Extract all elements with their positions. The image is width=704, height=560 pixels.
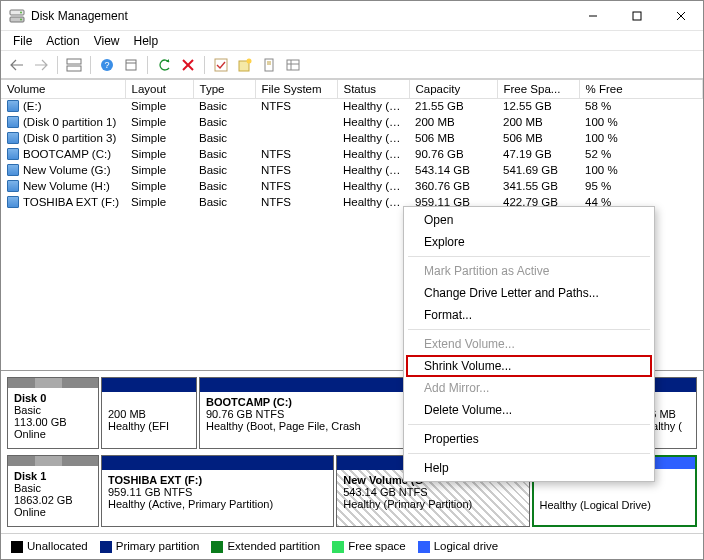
volumes-table[interactable]: Volume Layout Type File System Status Ca… [1,80,703,210]
volume-icon [7,100,19,112]
volume-name: (Disk 0 partition 1) [23,116,116,128]
menu-file[interactable]: File [7,32,38,50]
table-row[interactable]: New Volume (H:)SimpleBasicNTFSHealthy (L… [1,178,703,194]
legend-extended: Extended partition [227,540,320,552]
ctx-format[interactable]: Format... [406,304,652,326]
menu-help[interactable]: Help [128,32,165,50]
disk1-partition-toshiba[interactable]: TOSHIBA EXT (F:) 959.11 GB NTFS Healthy … [101,455,334,527]
svg-rect-5 [633,12,641,20]
svg-rect-19 [265,59,273,71]
separator [408,424,650,425]
legend: Unallocated Primary partition Extended p… [1,533,703,559]
svg-point-2 [20,11,22,13]
separator [408,256,650,257]
refresh-button[interactable] [154,55,174,75]
volume-icon [7,148,19,160]
table-row[interactable]: (Disk 0 partition 1)SimpleBasicHealthy (… [1,114,703,130]
help-button[interactable]: ? [97,55,117,75]
col-status[interactable]: Status [337,80,409,98]
col-layout[interactable]: Layout [125,80,193,98]
svg-rect-22 [287,60,299,70]
ctx-delete-volume[interactable]: Delete Volume... [406,399,652,421]
ctx-shrink-volume[interactable]: Shrink Volume... [406,355,652,377]
disk-0-label[interactable]: Disk 0 Basic 113.00 GB Online [7,377,99,449]
back-button[interactable] [7,55,27,75]
col-pctfree[interactable]: % Free [579,80,703,98]
settings-button[interactable] [121,55,141,75]
legend-logical: Logical drive [434,540,499,552]
volume-icon [7,132,19,144]
ctx-explore[interactable]: Explore [406,231,652,253]
separator [204,56,205,74]
separator [408,329,650,330]
ctx-extend-volume: Extend Volume... [406,333,652,355]
table-row[interactable]: New Volume (G:)SimpleBasicNTFSHealthy (P… [1,162,703,178]
volume-name: New Volume (G:) [23,164,111,176]
separator [57,56,58,74]
svg-point-18 [247,58,252,63]
volume-icon [7,164,19,176]
volume-icon [7,116,19,128]
col-fs[interactable]: File System [255,80,337,98]
legend-free: Free space [348,540,406,552]
menubar: File Action View Help [1,31,703,51]
ctx-change-drive-letter[interactable]: Change Drive Letter and Paths... [406,282,652,304]
ctx-properties[interactable]: Properties [406,428,652,450]
col-type[interactable]: Type [193,80,255,98]
disk-1-name: Disk 1 [14,470,46,482]
svg-rect-12 [126,60,136,70]
col-volume[interactable]: Volume [1,80,125,98]
volume-list: Volume Layout Type File System Status Ca… [1,79,703,210]
ctx-open[interactable]: Open [406,209,652,231]
volume-icon [7,196,19,208]
ctx-help[interactable]: Help [406,457,652,479]
toolbar: ? [1,51,703,79]
svg-rect-9 [67,66,81,71]
page-icon[interactable] [259,55,279,75]
separator [408,453,650,454]
volume-name: BOOTCAMP (C:) [23,148,111,160]
col-capacity[interactable]: Capacity [409,80,497,98]
volume-name: TOSHIBA EXT (F:) [23,196,119,208]
window-title: Disk Management [31,9,571,23]
table-row[interactable]: (E:)SimpleBasicNTFSHealthy (B...21.55 GB… [1,98,703,114]
menu-action[interactable]: Action [40,32,85,50]
separator [90,56,91,74]
check-icon[interactable] [211,55,231,75]
forward-button[interactable] [31,55,51,75]
svg-rect-16 [215,59,227,71]
legend-primary: Primary partition [116,540,200,552]
table-row[interactable]: (Disk 0 partition 3)SimpleBasicHealthy (… [1,130,703,146]
ctx-add-mirror: Add Mirror... [406,377,652,399]
separator [147,56,148,74]
volume-name: (Disk 0 partition 3) [23,132,116,144]
svg-text:?: ? [104,60,109,70]
svg-rect-8 [67,59,81,64]
delete-button[interactable] [178,55,198,75]
minimize-button[interactable] [571,1,615,31]
titlebar: Disk Management [1,1,703,31]
context-menu: Open Explore Mark Partition as Active Ch… [403,206,655,482]
close-button[interactable] [659,1,703,31]
menu-view[interactable]: View [88,32,126,50]
ctx-mark-active: Mark Partition as Active [406,260,652,282]
disk-0-name: Disk 0 [14,392,46,404]
table-icon[interactable] [283,55,303,75]
disk-1-label[interactable]: Disk 1 Basic 1863.02 GB Online [7,455,99,527]
table-row[interactable]: BOOTCAMP (C:)SimpleBasicNTFSHealthy (B..… [1,146,703,162]
volume-icon [7,180,19,192]
svg-point-3 [20,18,22,20]
col-free[interactable]: Free Spa... [497,80,579,98]
volume-name: (E:) [23,100,42,112]
split-view-button[interactable] [64,55,84,75]
legend-unallocated: Unallocated [27,540,88,552]
maximize-button[interactable] [615,1,659,31]
app-icon [9,8,25,24]
new-icon[interactable] [235,55,255,75]
volume-name: New Volume (H:) [23,180,110,192]
disk0-partition-efi[interactable]: 200 MB Healthy (EFI [101,377,197,449]
